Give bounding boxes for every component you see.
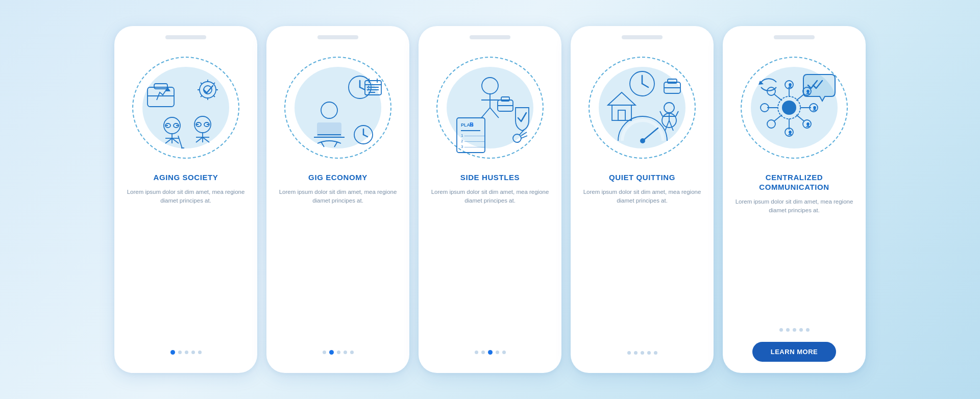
- card-desc-quiet-quitting: Lorem ipsum dolor sit dim amet, mea regi…: [581, 188, 703, 344]
- dot-4[interactable]: [191, 351, 195, 354]
- svg-line-36: [360, 87, 365, 90]
- centralized-communication-icon: 👤 👤 👤 👤 👤: [746, 59, 843, 156]
- card-title-centralized-communication: CENTRALIZED COMMUNICATION: [759, 173, 829, 192]
- svg-rect-77: [612, 105, 631, 120]
- dots-row-centralized-communication: [779, 328, 810, 332]
- svg-line-33: [203, 137, 209, 142]
- dot-1[interactable]: [323, 351, 326, 354]
- dot-3[interactable]: [641, 351, 644, 355]
- svg-line-79: [643, 128, 658, 141]
- svg-line-92: [796, 94, 804, 101]
- dot-3[interactable]: [185, 351, 188, 354]
- svg-line-98: [774, 94, 782, 101]
- dot-2[interactable]: [329, 350, 334, 355]
- svg-line-22: [172, 138, 179, 143]
- learn-more-button[interactable]: LEARN MORE: [752, 342, 837, 362]
- svg-line-12: [213, 83, 215, 84]
- dots-row-quiet-quitting: [627, 351, 657, 355]
- phone-notch: [470, 35, 510, 39]
- card-title-quiet-quitting: QUIET QUITTING: [609, 173, 675, 183]
- svg-line-72: [642, 84, 648, 87]
- dots-row-side-hustles: [475, 350, 506, 355]
- svg-text:👤: 👤: [788, 130, 793, 135]
- svg-point-106: [767, 87, 775, 95]
- svg-line-50: [363, 135, 368, 137]
- svg-rect-0: [148, 87, 174, 107]
- dot-1[interactable]: [475, 351, 478, 354]
- svg-text:1 —————: 1 —————: [461, 133, 485, 138]
- dot-5[interactable]: [198, 351, 202, 354]
- card-desc-aging-society: Lorem ipsum dolor sit dim amet, mea regi…: [125, 188, 247, 343]
- dot-5[interactable]: [350, 351, 354, 354]
- gig-economy-icon: [289, 59, 386, 156]
- svg-line-10: [201, 83, 202, 84]
- dots-row-aging-society: [170, 350, 202, 355]
- dot-4[interactable]: [496, 351, 499, 354]
- svg-line-69: [521, 136, 527, 138]
- svg-text:👤: 👤: [812, 106, 817, 111]
- phone-notch: [317, 35, 358, 39]
- dot-3[interactable]: [793, 328, 796, 332]
- dot-5[interactable]: [654, 351, 657, 355]
- dot-1[interactable]: [170, 350, 175, 355]
- card-desc-gig-economy: Lorem ipsum dolor sit dim amet, mea regi…: [277, 188, 399, 343]
- svg-text:👤: 👤: [805, 122, 811, 127]
- dot-5[interactable]: [806, 328, 810, 332]
- svg-point-89: [782, 101, 796, 115]
- svg-rect-78: [618, 110, 625, 120]
- icon-area-aging-society: [130, 46, 242, 169]
- dot-1[interactable]: [779, 328, 783, 332]
- svg-point-104: [767, 120, 775, 128]
- card-side-hustles: PLAN B 1 ————— 2 ————— 3 ————— SIDE HUST…: [419, 26, 561, 373]
- svg-point-66: [513, 134, 521, 142]
- svg-text:👤: 👤: [805, 89, 811, 94]
- card-title-gig-economy: GIG ECONOMY: [308, 173, 368, 183]
- svg-rect-1: [154, 84, 167, 89]
- dot-4[interactable]: [799, 328, 803, 332]
- phone-notch: [165, 35, 206, 39]
- svg-line-57: [481, 108, 490, 118]
- svg-line-13: [201, 95, 202, 97]
- svg-point-44: [321, 102, 337, 118]
- svg-point-51: [482, 78, 498, 94]
- icon-area-centralized-communication: 👤 👤 👤 👤 👤: [738, 46, 850, 169]
- svg-line-32: [196, 137, 203, 142]
- dot-3[interactable]: [488, 350, 493, 355]
- svg-point-82: [664, 103, 674, 113]
- svg-line-86: [676, 111, 678, 116]
- svg-text:2 —————: 2 —————: [461, 139, 485, 143]
- svg-line-85: [660, 111, 663, 116]
- dot-3[interactable]: [337, 351, 340, 354]
- dot-2[interactable]: [634, 351, 638, 355]
- icon-area-gig-economy: [282, 46, 394, 169]
- dot-2[interactable]: [481, 351, 485, 354]
- svg-text:👤: 👤: [788, 83, 793, 88]
- dot-2[interactable]: [786, 328, 790, 332]
- svg-line-23: [178, 136, 182, 148]
- card-gig-economy: GIG ECONOMY Lorem ipsum dolor sit dim am…: [266, 26, 409, 373]
- dot-4[interactable]: [647, 351, 651, 355]
- quiet-quitting-icon: [594, 59, 691, 156]
- dots-row-gig-economy: [323, 350, 354, 355]
- svg-point-80: [640, 138, 645, 143]
- svg-text:3 —————: 3 —————: [461, 144, 485, 149]
- svg-line-11: [213, 95, 215, 97]
- svg-line-96: [774, 115, 782, 121]
- phone-notch: [622, 35, 663, 39]
- aging-society-icon: [137, 59, 234, 156]
- card-title-side-hustles: SIDE HUSTLES: [460, 173, 520, 183]
- card-aging-society: AGING SOCIETY Lorem ipsum dolor sit dim …: [114, 26, 257, 373]
- side-hustles-icon: PLAN B 1 ————— 2 ————— 3 —————: [442, 59, 538, 156]
- dot-5[interactable]: [502, 351, 506, 354]
- phone-notch: [774, 35, 815, 39]
- svg-text:B: B: [470, 121, 474, 128]
- svg-marker-76: [608, 92, 635, 105]
- dot-4[interactable]: [344, 351, 347, 354]
- dot-1[interactable]: [627, 351, 631, 355]
- dot-2[interactable]: [178, 351, 182, 354]
- svg-line-94: [796, 115, 804, 121]
- cards-container: AGING SOCIETY Lorem ipsum dolor sit dim …: [104, 16, 876, 383]
- svg-line-21: [165, 138, 172, 143]
- card-quiet-quitting: QUIET QUITTING Lorem ipsum dolor sit dim…: [571, 26, 714, 373]
- svg-point-5: [204, 86, 212, 94]
